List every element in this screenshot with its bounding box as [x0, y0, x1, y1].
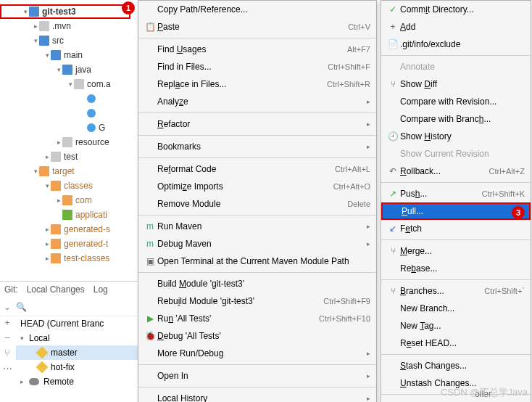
branch-icon[interactable]: ⑂	[4, 348, 10, 358]
chevron-right-icon: ▸	[43, 153, 51, 160]
menu-rollback[interactable]: ↶Rollback...Ctrl+Alt+Z	[381, 163, 531, 180]
git-search-row: ⌄ 🔍	[0, 298, 141, 316]
menu-more-run[interactable]: More Run/Debug▸	[138, 345, 376, 362]
menu-add[interactable]: +Add	[381, 18, 531, 36]
tree-item[interactable]: ▸test	[0, 149, 130, 164]
git-remote-row[interactable]: ▸Remote	[16, 374, 141, 389]
menu-local-history[interactable]: Local History▸	[138, 390, 376, 402]
git-head-row[interactable]: HEAD (Current Branc	[16, 316, 141, 331]
menu-commit-directory[interactable]: ✓Commit Directory...	[381, 1, 531, 18]
shortcut: Ctrl+Shift+K	[467, 189, 525, 198]
debug-icon: 🐞	[143, 331, 157, 341]
tree-label: classes	[64, 181, 93, 191]
tree-item[interactable]: ▸generated-t	[0, 237, 130, 251]
tree-item[interactable]: ▸generated-s	[0, 222, 130, 237]
git-side-buttons: + − ⑂ ⋯	[0, 317, 14, 374]
chevron-right-icon: ▸	[32, 22, 39, 30]
menu-debug-maven[interactable]: mDebug Maven▸	[138, 235, 376, 253]
menu-show-history[interactable]: 🕘Show History	[381, 128, 531, 145]
maven-icon: m	[143, 221, 157, 231]
menu-push[interactable]: ↗Push...Ctrl+Shift+K	[381, 185, 531, 202]
git-branch-master[interactable]: master	[16, 345, 141, 360]
more-icon[interactable]: ⋯	[3, 363, 12, 374]
menu-git-info-exclude[interactable]: 📄.git/info/exclude	[381, 36, 531, 53]
menu-bookmarks[interactable]: Bookmarks▸	[138, 138, 376, 155]
shortcut: Ctrl+Shift+R	[312, 80, 370, 89]
menu-separator	[138, 38, 376, 38]
tree-item[interactable]	[0, 91, 130, 106]
git-local-row[interactable]: ▾Local	[16, 331, 141, 345]
menu-reformat-code[interactable]: Reformat CodeCtrl+Alt+L	[138, 160, 376, 178]
menu-optimize-imports[interactable]: Optimize ImportsCtrl+Alt+O	[138, 178, 376, 195]
fetch-icon: ↙	[386, 223, 400, 234]
minus-icon[interactable]: −	[4, 332, 10, 343]
menu-label: Find in Files...	[157, 62, 313, 72]
menu-label: Bookmarks	[157, 141, 363, 152]
badge-1: 1	[122, 1, 135, 15]
tree-item[interactable]: ▾com.a	[0, 77, 130, 91]
tree-item[interactable]: G	[0, 120, 130, 135]
menu-paste[interactable]: 📋PasteCtrl+V	[138, 18, 376, 36]
menu-run-tests[interactable]: ▶Run 'All Tests'Ctrl+Shift+F10	[138, 310, 376, 327]
menu-debug-tests[interactable]: 🐞Debug 'All Tests'	[138, 327, 376, 345]
tree-item[interactable]: ▸.mvn	[0, 19, 130, 33]
class-icon	[87, 109, 96, 118]
branch-icon: ⑂	[386, 286, 400, 296]
menu-remove-module[interactable]: Remove ModuleDelete	[138, 195, 376, 213]
menu-compare-revision[interactable]: Compare with Revision...	[381, 93, 531, 110]
menu-merge[interactable]: ⑂Merge...	[381, 242, 531, 260]
menu-label: Run Maven	[157, 221, 363, 231]
tree-label: .mvn	[52, 21, 71, 31]
menu-reset-head[interactable]: Reset HEAD...	[381, 335, 531, 352]
menu-stash[interactable]: Stash Changes...	[381, 357, 531, 374]
merge-icon: ⑂	[386, 246, 400, 256]
git-branch-hotfix[interactable]: hot-fix	[16, 360, 141, 374]
menu-branches[interactable]: ⑂Branches...Ctrl+Shift+`	[381, 282, 531, 300]
menu-separator	[138, 135, 376, 136]
tree-label: com.a	[87, 79, 111, 89]
tree-item[interactable]: ▸com	[0, 193, 130, 208]
menu-show-diff[interactable]: ⑂Show Diff	[381, 75, 531, 93]
tree-item[interactable]	[0, 106, 130, 120]
menu-separator	[381, 354, 531, 355]
chevron-right-icon: ▸	[363, 395, 370, 402]
plus-icon[interactable]: +	[4, 317, 10, 328]
context-menu-main: Copy Path/Reference... 📋PasteCtrl+V Find…	[138, 0, 377, 402]
menu-separator	[138, 157, 376, 158]
menu-rebase[interactable]: Rebase...	[381, 260, 531, 277]
menu-new-branch[interactable]: New Branch...	[381, 300, 531, 317]
tree-item[interactable]: ▸resource	[0, 135, 130, 149]
branch-label: master	[51, 348, 78, 358]
menu-replace-in-files[interactable]: Replace in Files...Ctrl+Shift+R	[138, 75, 376, 93]
tab-local-changes[interactable]: Local Changes	[27, 284, 85, 295]
tree-item[interactable]: ▾classes	[0, 179, 130, 193]
menu-compare-branch[interactable]: Compare with Branch...	[381, 110, 531, 128]
menu-label: Show Current Revision	[400, 149, 525, 159]
menu-find-in-files[interactable]: Find in Files...Ctrl+Shift+F	[138, 58, 376, 75]
menu-run-maven[interactable]: mRun Maven▸	[138, 218, 376, 235]
tree-item[interactable]: ▸test-classes	[0, 251, 130, 266]
git-search-input[interactable]	[28, 300, 141, 314]
menu-find-usages[interactable]: Find UsagesAlt+F7	[138, 41, 376, 58]
tab-log[interactable]: Log	[93, 284, 108, 295]
tree-root[interactable]: ▾ git-test3 1	[0, 4, 130, 19]
menu-fetch[interactable]: ↙Fetch	[381, 220, 531, 237]
class-icon	[87, 123, 96, 132]
tree-item[interactable]: ▾java	[0, 62, 130, 77]
tree-item[interactable]: ▾src	[0, 33, 130, 48]
menu-open-in[interactable]: Open In▸	[138, 367, 376, 385]
menu-copy-path[interactable]: Copy Path/Reference...	[138, 1, 376, 18]
menu-build-module[interactable]: Build Module 'git-test3'	[138, 275, 376, 292]
menu-open-terminal[interactable]: ▣Open Terminal at the Current Maven Modu…	[138, 253, 376, 270]
menu-pull[interactable]: Pull...3	[381, 202, 531, 220]
menu-analyze[interactable]: Analyze▸	[138, 93, 376, 110]
chevron-down-icon[interactable]: ⌄	[0, 302, 14, 312]
menu-refactor[interactable]: Refactor▸	[138, 115, 376, 133]
menu-label: Annotate	[400, 62, 525, 72]
menu-rebuild-module[interactable]: Rebuild Module 'git-test3'Ctrl+Shift+F9	[138, 292, 376, 310]
menu-new-tag[interactable]: New Tag...	[381, 317, 531, 335]
search-icon[interactable]: 🔍	[14, 302, 29, 312]
tree-item[interactable]: applicati	[0, 208, 130, 222]
tree-item[interactable]: ▾target	[0, 164, 130, 179]
tree-item[interactable]: ▾main	[0, 48, 130, 62]
